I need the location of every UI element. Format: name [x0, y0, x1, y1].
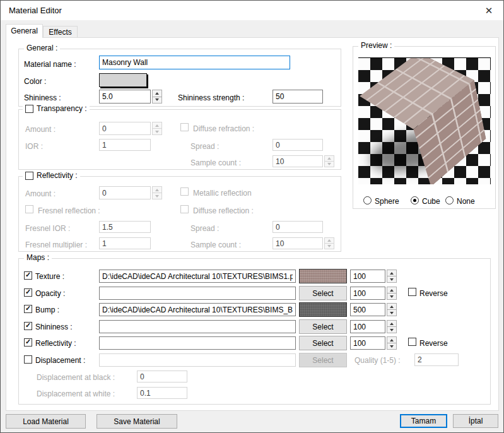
bump-checkbox[interactable]: ✓ — [24, 305, 32, 313]
spin-up-icon[interactable] — [387, 270, 397, 276]
texture-amount-input[interactable] — [350, 270, 385, 283]
opacity-amount-input[interactable] — [350, 287, 385, 300]
opacity-path-input[interactable] — [99, 287, 296, 300]
spin-up-icon — [324, 237, 334, 244]
reflectivity-map-path-input[interactable] — [99, 336, 296, 350]
fresnel-multiplier-input — [99, 237, 151, 249]
opacity-label: Opacity : — [35, 289, 65, 298]
reflectivity-map-amount-spinner[interactable] — [387, 336, 397, 350]
group-reflectivity-legend: Reflectivity : — [23, 171, 80, 180]
title-bar: Material Editor ✕ — [1, 1, 503, 20]
transparency-amount-label: Amount : — [25, 125, 56, 134]
radio-none-label: None — [457, 197, 475, 206]
texture-preview-swatch[interactable] — [299, 269, 347, 283]
radio-cube[interactable] — [411, 196, 419, 205]
transparency-label: Transparency : — [37, 104, 87, 113]
ior-input — [99, 139, 151, 151]
spin-down-icon — [152, 193, 162, 199]
shininess-input[interactable] — [99, 90, 151, 104]
texture-checkbox[interactable]: ✓ — [24, 271, 32, 280]
spin-up-icon — [152, 186, 162, 193]
opacity-checkbox[interactable]: ✓ — [24, 288, 32, 297]
group-preview: Preview : Sphere Cube None — [353, 46, 496, 209]
spin-down-icon[interactable] — [387, 294, 397, 300]
displacement-select-button: Select — [299, 353, 347, 367]
ok-button[interactable]: Tamam — [400, 414, 447, 428]
reflectivity-sample-count-label: Sample count : — [190, 240, 241, 249]
fresnel-ior-label: Fresnel IOR : — [25, 224, 70, 233]
shininess-map-checkbox[interactable]: ✓ — [24, 322, 32, 330]
opacity-reverse-label: Reverse — [419, 289, 448, 298]
shininess-map-amount-input[interactable] — [350, 320, 385, 333]
close-icon[interactable]: ✕ — [482, 4, 496, 17]
displacement-black-input — [137, 371, 187, 383]
spin-up-icon[interactable] — [387, 320, 397, 327]
radio-none[interactable] — [445, 196, 454, 205]
shininess-select-button[interactable]: Select — [299, 319, 347, 334]
radio-sphere[interactable] — [363, 196, 372, 205]
shininess-map-path-input[interactable] — [99, 320, 296, 333]
reflectivity-spread-label: Spread : — [190, 224, 219, 233]
texture-path-input[interactable] — [99, 270, 296, 283]
group-transparency-legend: Transparency : — [23, 104, 90, 113]
shininess-map-amount-spinner[interactable] — [387, 320, 397, 333]
spin-down-icon[interactable] — [387, 310, 397, 316]
displacement-label: Displacement : — [35, 356, 85, 365]
preview-render — [358, 57, 491, 184]
reflectivity-spread-input — [273, 221, 323, 233]
shininess-strength-input[interactable] — [273, 90, 323, 104]
opacity-select-button[interactable]: Select — [299, 286, 347, 300]
load-material-button[interactable]: Load Material — [6, 414, 86, 429]
transparency-amount-input — [99, 122, 151, 135]
color-label: Color : — [24, 77, 46, 86]
bump-label: Bump : — [35, 305, 59, 314]
tab-effects[interactable]: Effects — [43, 26, 78, 38]
cancel-button[interactable]: İptal — [453, 414, 498, 428]
diffuse-reflection-label: Diffuse reflection : — [193, 206, 254, 215]
spin-down-icon[interactable] — [387, 276, 397, 283]
displacement-checkbox[interactable] — [24, 355, 32, 364]
color-swatch-button[interactable] — [99, 73, 147, 87]
spin-up-icon — [324, 155, 334, 162]
ior-label: IOR : — [25, 142, 43, 151]
spin-down-icon[interactable] — [387, 343, 397, 350]
spin-up-icon[interactable] — [387, 287, 397, 294]
diffuse-refraction-label: Diffuse refraction : — [193, 124, 254, 133]
transparency-spread-input — [273, 139, 323, 151]
shininess-spinner[interactable] — [152, 90, 162, 104]
transparency-sample-count-spinner — [324, 155, 334, 167]
spin-down-icon — [324, 162, 334, 167]
spin-down-icon[interactable] — [387, 327, 397, 333]
reflectivity-checkbox[interactable] — [25, 172, 33, 180]
reflectivity-map-amount-input[interactable] — [350, 336, 385, 350]
spin-up-icon[interactable] — [387, 303, 397, 310]
bump-path-input[interactable] — [99, 303, 296, 316]
shininess-label: Shininess : — [24, 93, 61, 102]
texture-amount-spinner[interactable] — [387, 270, 397, 283]
reflectivity-select-button[interactable]: Select — [299, 336, 347, 350]
spin-down-icon[interactable] — [152, 97, 162, 104]
reflectivity-reverse-checkbox[interactable] — [408, 338, 416, 346]
material-name-input[interactable] — [99, 56, 290, 69]
fresnel-ior-input — [99, 221, 151, 233]
group-general-legend: General : — [24, 44, 60, 52]
bump-preview-swatch[interactable] — [299, 302, 347, 317]
reflectivity-sample-count-spinner — [324, 237, 334, 249]
bump-amount-spinner[interactable] — [387, 303, 397, 316]
spin-up-icon[interactable] — [387, 336, 397, 343]
save-material-button[interactable]: Save Material — [97, 414, 177, 429]
opacity-amount-spinner[interactable] — [387, 287, 397, 300]
spin-up-icon[interactable] — [152, 90, 162, 97]
radio-cube-label: Cube — [422, 197, 440, 206]
opacity-reverse-checkbox[interactable] — [408, 288, 416, 296]
shininess-map-label: Shininess : — [35, 323, 73, 331]
reflectivity-amount-label: Amount : — [25, 189, 56, 198]
reflectivity-map-label: Reflectivity : — [35, 339, 76, 348]
reflectivity-map-checkbox[interactable]: ✓ — [24, 338, 32, 347]
shininess-strength-label: Shininess strength : — [178, 93, 244, 102]
tab-general[interactable]: General — [6, 24, 43, 38]
transparency-amount-spinner — [152, 122, 162, 135]
transparency-checkbox[interactable] — [25, 105, 33, 113]
bump-amount-input[interactable] — [350, 303, 385, 316]
preview-scene — [385, 78, 464, 158]
